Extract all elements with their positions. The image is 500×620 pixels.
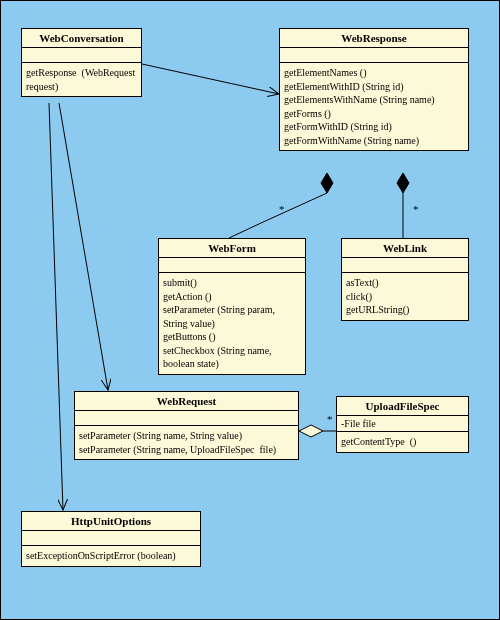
op: getElementNames () [284,66,464,80]
op: asText() [346,276,464,290]
op: setParameter (String name, String value) [79,429,294,443]
mult-weblink: * [413,203,419,215]
class-title: WebForm [159,239,305,258]
class-title: HttpUnitOptions [22,512,200,531]
svg-line-9 [49,103,63,510]
class-webconversation: WebConversation getResponse (WebRequest … [21,28,142,97]
svg-marker-4 [397,173,409,193]
class-attrs: -File file [337,416,468,432]
svg-line-8 [59,103,108,390]
class-webform: WebForm submit() getAction () setParamet… [158,238,306,375]
class-uploadfilespec: UploadFileSpec -File file getContentType… [336,396,469,453]
uml-diagram: * * * WebConversation getResponse (WebRe… [0,0,500,620]
class-httpunitoptions: HttpUnitOptions setExceptionOnScriptErro… [21,511,201,567]
class-title: WebResponse [280,29,468,48]
mult-uploadfilespec: * [327,413,333,425]
op: getURLString() [346,303,464,317]
class-attrs [280,48,468,63]
class-ops: setExceptionOnScriptError (boolean) [22,546,200,566]
op: getAction () [163,290,301,304]
class-weblink: WebLink asText() click() getURLString() [341,238,469,321]
class-ops: setParameter (String name, String value)… [75,426,298,459]
class-attrs [159,258,305,273]
svg-line-2 [261,193,327,223]
attr: -File file [341,418,464,429]
op: getFormWithName (String name) [284,134,464,148]
class-ops: getResponse (WebRequest request) [22,63,141,96]
op: getButtons () [163,330,301,344]
op: getForms () [284,107,464,121]
op: setExceptionOnScriptError (boolean) [26,549,196,563]
class-attrs [22,531,200,546]
class-attrs [22,48,141,63]
class-ops: asText() click() getURLString() [342,273,468,320]
op: setCheckbox (String name, boolean state) [163,344,301,371]
class-title: WebRequest [75,392,298,411]
op: click() [346,290,464,304]
svg-marker-1 [321,173,333,193]
class-title: UploadFileSpec [337,397,468,416]
svg-line-0 [142,64,279,94]
class-title: WebLink [342,239,468,258]
op: getResponse (WebRequest request) [26,66,137,93]
class-title: WebConversation [22,29,141,48]
op: getContentType () [341,435,464,449]
class-ops: getContentType () [337,432,468,452]
class-webresponse: WebResponse getElementNames () getElemen… [279,28,469,151]
op: setParameter (String name, UploadFileSpe… [79,443,294,457]
class-attrs [342,258,468,273]
class-ops: getElementNames () getElementWithID (Str… [280,63,468,150]
svg-marker-6 [299,425,323,437]
svg-line-3 [229,223,261,238]
class-ops: submit() getAction () setParameter (Stri… [159,273,305,374]
class-webrequest: WebRequest setParameter (String name, St… [74,391,299,460]
op: submit() [163,276,301,290]
op: getFormWithID (String id) [284,120,464,134]
op: setParameter (String param, String value… [163,303,301,330]
mult-webform: * [279,203,285,215]
class-attrs [75,411,298,426]
op: getElementWithID (String id) [284,80,464,94]
op: getElementsWithName (String name) [284,93,464,107]
